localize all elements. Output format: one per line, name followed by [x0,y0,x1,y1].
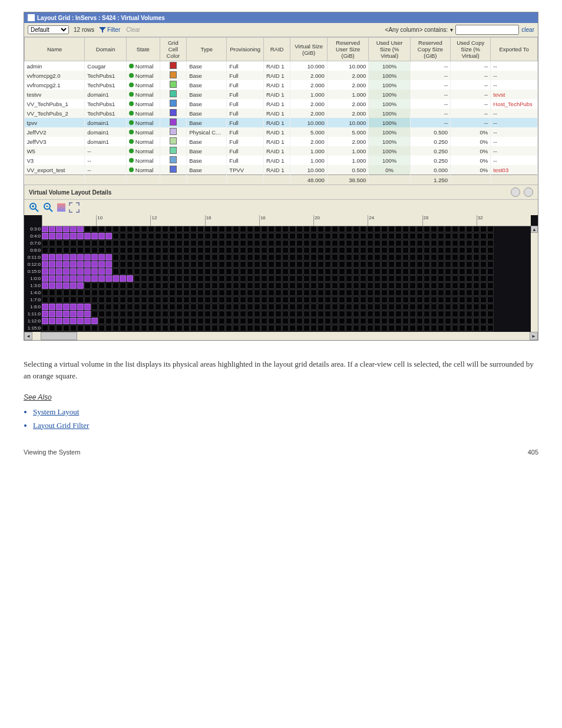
grid-cell[interactable] [360,254,366,261]
grid-cell[interactable] [424,318,430,324]
grid-cell[interactable] [310,233,317,239]
grid-cell[interactable] [247,240,253,246]
grid-cell[interactable] [459,304,465,310]
grid-cell[interactable] [395,275,402,282]
grid-cell[interactable] [452,282,458,289]
grid-cell[interactable] [360,275,366,282]
grid-cell[interactable] [402,297,409,303]
grid-cell[interactable] [268,268,275,275]
grid-cell[interactable] [261,282,267,289]
grid-cell[interactable] [204,311,211,317]
grid-cell[interactable] [233,275,239,282]
grid-cell[interactable] [310,289,317,296]
grid-cell[interactable] [113,261,119,268]
grid-cell[interactable] [254,311,260,317]
grid-cell[interactable] [226,304,232,310]
grid-cell[interactable] [310,297,317,303]
col-domain[interactable]: Domain [85,38,126,61]
grid-cell[interactable] [438,261,444,268]
grid-cell[interactable] [438,254,444,261]
grid-cell[interactable] [310,311,317,317]
grid-cell[interactable] [409,254,416,261]
grid-cell[interactable] [325,261,331,268]
grid-cell[interactable] [395,233,402,239]
grid-cell[interactable] [183,297,190,303]
grid-cell[interactable] [452,247,458,253]
grid-cell[interactable] [113,297,119,303]
grid-cell[interactable] [381,311,388,317]
grid-cell[interactable] [289,261,296,268]
grid-cell[interactable] [275,233,282,239]
grid-cell[interactable] [409,233,416,239]
grid-cell[interactable] [63,325,70,331]
grid-cell[interactable] [480,304,487,310]
grid-cell[interactable] [268,318,275,324]
grid-cell[interactable] [409,311,416,317]
grid-cell[interactable] [318,318,324,324]
grid-cell[interactable] [261,289,267,296]
grid-cell[interactable] [424,268,430,275]
grid-cell[interactable] [42,318,48,324]
grid-cell[interactable] [402,247,409,253]
grid-cell[interactable] [261,247,267,253]
grid-cell[interactable] [127,233,133,239]
grid-cell[interactable] [424,254,430,261]
grid-cell[interactable] [134,233,140,239]
grid-cell[interactable] [282,226,289,232]
grid-cell[interactable] [318,268,324,275]
grid-cell[interactable] [219,304,225,310]
grid-cell[interactable] [487,275,494,282]
grid-cell[interactable] [254,289,260,296]
grid-cell[interactable] [190,282,197,289]
horizontal-scrollbar[interactable]: ◄ ► [24,332,538,340]
grid-cell[interactable] [318,297,324,303]
grid-cell[interactable] [77,325,84,331]
grid-cell[interactable] [310,318,317,324]
table-row[interactable]: VV_TechPubs_2TechPubs1NormalBaseFullRAID… [25,108,538,118]
grid-cell[interactable] [176,289,183,296]
grid-cell[interactable] [296,304,303,310]
grid-cell[interactable] [219,275,225,282]
grid-cell[interactable] [49,297,55,303]
grid-cell[interactable] [169,247,176,253]
col-uuser[interactable]: Used User Size (% Virtual) [369,38,410,61]
grid-cell[interactable] [424,247,430,253]
grid-cell[interactable] [388,233,395,239]
grid-cell[interactable] [303,240,310,246]
fit-button[interactable] [69,202,80,213]
grid-cell[interactable] [431,289,437,296]
grid-cell[interactable] [84,226,91,232]
grid-cell[interactable] [98,233,105,239]
grid-cell[interactable] [303,261,310,268]
grid-cell[interactable] [424,304,430,310]
grid-cell[interactable] [275,289,282,296]
grid-cell[interactable] [409,282,416,289]
legend-button[interactable] [57,203,65,212]
col-rsize[interactable]: Reserved User Size (GiB) [327,38,368,61]
grid-cell[interactable] [226,297,232,303]
grid-cell[interactable] [42,247,48,253]
grid-cell[interactable] [466,325,472,331]
grid-cell[interactable] [339,233,345,239]
grid-cell[interactable] [254,261,260,268]
grid-cell[interactable] [183,311,190,317]
grid-cell[interactable] [409,318,416,324]
grid-cell[interactable] [141,275,147,282]
grid-cell[interactable] [282,304,289,310]
grid-cell[interactable] [367,247,373,253]
grid-cell[interactable] [42,325,48,331]
grid-cell[interactable] [346,304,352,310]
grid-cell[interactable] [233,289,239,296]
grid-cell[interactable] [261,226,267,232]
grid-cell[interactable] [219,318,225,324]
grid-cell[interactable] [353,233,359,239]
grid-cell[interactable] [77,282,84,289]
grid-cell[interactable] [134,304,140,310]
grid-cell[interactable] [487,304,494,310]
grid-cell[interactable] [409,289,416,296]
grid-cell[interactable] [98,226,105,232]
grid-cell[interactable] [148,240,154,246]
grid-cell[interactable] [466,261,472,268]
grid-cell[interactable] [367,240,373,246]
grid-cell[interactable] [289,233,296,239]
